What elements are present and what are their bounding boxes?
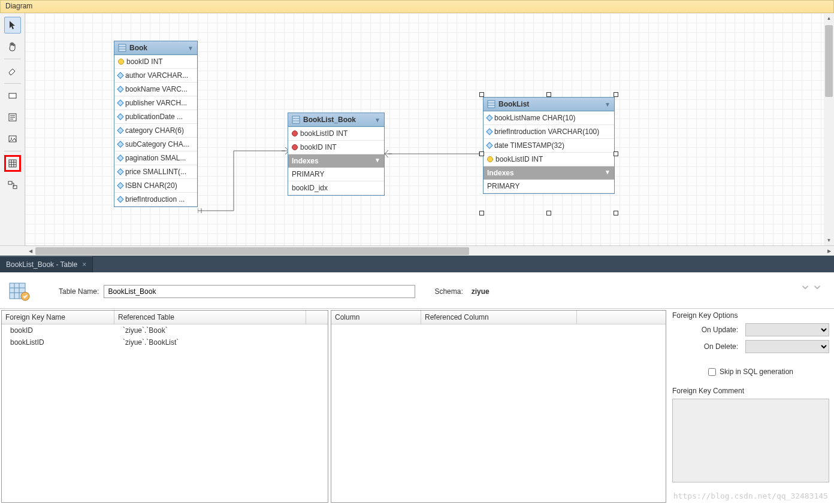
indexes-header[interactable]: Indexes ▼ (484, 166, 614, 180)
entity-column[interactable]: briefIntroduction VARCHAR(100) (484, 125, 614, 139)
on-update-label: On Update: (702, 326, 738, 334)
fk-grid[interactable]: Foreign Key Name Referenced Table bookID… (1, 310, 328, 503)
column-icon (486, 142, 492, 148)
skip-sql-checkbox[interactable] (708, 368, 716, 376)
schema-value: ziyue (472, 287, 489, 296)
col-header-fk-name[interactable]: Foreign Key Name (2, 311, 114, 324)
fk-row[interactable]: bookID`ziyue`.`Book` (2, 324, 328, 336)
entity-header[interactable]: BookList_Book ▼ (288, 113, 384, 127)
panel-header: Table Name: Schema: ziyue ⌄⌄ (0, 272, 834, 308)
entity-column[interactable]: bookID INT (288, 141, 384, 154)
entity-book[interactable]: Book ▼ bookID INTauthor VARCHAR...bookNa… (114, 41, 198, 207)
svg-rect-0 (9, 93, 16, 98)
column-label: ISBN CHAR(20) (125, 181, 177, 190)
skip-sql-label: Skip in SQL generation (720, 368, 793, 376)
column-label: bookListName CHAR(10) (494, 114, 575, 122)
column-label: author VARCHAR... (125, 71, 188, 80)
fk-ref: `ziyue`.`BookList` (114, 336, 306, 348)
column-label: bookID INT (300, 143, 337, 151)
svg-rect-9 (488, 101, 495, 108)
new-table-tool[interactable] (4, 155, 21, 172)
entity-column[interactable]: category CHAR(6) (114, 124, 197, 138)
pointer-tool[interactable] (4, 17, 21, 34)
column-icon (117, 113, 123, 120)
entity-column[interactable]: pagination SMAL... (114, 151, 197, 165)
entity-index[interactable]: PRIMARY (288, 168, 384, 181)
note-tool[interactable] (4, 109, 21, 126)
scroll-up-icon[interactable]: ▲ (824, 13, 834, 23)
entity-booklist-book[interactable]: BookList_Book ▼ bookListID INTbookID INT… (288, 113, 385, 196)
resize-handle[interactable] (614, 92, 618, 97)
watermark: https://blog.csdn.net/qq_32483145 (673, 491, 828, 500)
entity-column[interactable]: ISBN CHAR(20) (114, 179, 197, 193)
col-header-column[interactable]: Column (331, 311, 421, 324)
canvas-wrapper: Book ▼ bookID INTauthor VARCHAR...bookNa… (25, 13, 834, 245)
relation-tool[interactable] (4, 177, 21, 193)
entity-column[interactable]: bookListID INT (484, 153, 614, 166)
svg-rect-5 (8, 181, 12, 184)
resize-handle[interactable] (479, 211, 484, 215)
entity-index[interactable]: PRIMARY (484, 180, 614, 193)
indexes-header[interactable]: Indexes ▼ (288, 154, 384, 168)
resize-handle[interactable] (546, 211, 551, 215)
on-update-select[interactable] (745, 323, 829, 336)
entity-column[interactable]: publicationDate ... (114, 110, 197, 124)
vertical-scrollbar[interactable]: ▲ ▼ (824, 13, 834, 245)
resize-handle[interactable] (479, 92, 484, 97)
entity-column[interactable]: briefIntroduction ... (114, 193, 197, 207)
collapse-icon[interactable]: ▼ (605, 169, 611, 175)
column-icon (117, 99, 123, 106)
entity-column[interactable]: author VARCHAR... (114, 69, 197, 83)
on-update-row: On Update: (672, 323, 829, 336)
scroll-thumb[interactable] (825, 25, 833, 97)
entity-index[interactable]: bookID_idx (288, 181, 384, 195)
column-grid[interactable]: Column Referenced Column (331, 310, 666, 503)
scroll-left-icon[interactable]: ◀ (25, 248, 35, 254)
tab-booklist-book[interactable]: BookList_Book - Table × (0, 256, 93, 272)
hand-tool[interactable] (4, 38, 21, 55)
col-header-ref-column[interactable]: Referenced Column (421, 311, 577, 324)
entity-column[interactable]: publisher VARCH... (114, 96, 197, 110)
entity-header[interactable]: BookList ▼ (484, 98, 614, 111)
scroll-down-icon[interactable]: ▼ (824, 235, 834, 245)
entity-title: Book (129, 44, 147, 52)
resize-handle[interactable] (546, 92, 551, 97)
expand-icon[interactable]: ⌄⌄ (799, 276, 823, 293)
entity-booklist[interactable]: BookList ▼ bookListName CHAR(10)briefInt… (483, 97, 615, 194)
entity-column[interactable]: subCategory CHA... (114, 138, 197, 151)
diagram-canvas[interactable]: Book ▼ bookID INTauthor VARCHAR...bookNa… (25, 13, 834, 245)
image-tool[interactable] (4, 130, 21, 147)
entity-column[interactable]: bookName VARC... (114, 83, 197, 96)
entity-column[interactable]: bookListID INT (288, 127, 384, 141)
grid-header: Foreign Key Name Referenced Table (2, 311, 328, 324)
entity-column[interactable]: bookID INT (114, 55, 197, 69)
fk-comment-textarea[interactable] (672, 399, 829, 482)
eraser-tool[interactable] (4, 63, 21, 80)
close-icon[interactable]: × (82, 260, 86, 269)
fk-options: Foreign Key Options On Update: On Delete… (667, 309, 834, 504)
layer-tool[interactable] (4, 87, 21, 104)
fk-ref: `ziyue`.`Book` (114, 324, 306, 336)
on-delete-select[interactable] (745, 340, 829, 353)
collapse-icon[interactable]: ▼ (188, 45, 194, 51)
scroll-right-icon[interactable]: ▶ (824, 248, 834, 254)
entity-header[interactable]: Book ▼ (114, 41, 197, 55)
foreign-key-icon (292, 130, 298, 136)
collapse-icon[interactable]: ▼ (605, 101, 611, 108)
primary-key-icon (487, 156, 493, 162)
col-header-ref-table[interactable]: Referenced Table (114, 311, 306, 324)
scroll-thumb[interactable] (35, 247, 469, 255)
table-icon (487, 100, 495, 108)
entity-column[interactable]: bookListName CHAR(10) (484, 111, 614, 125)
collapse-icon[interactable]: ▼ (374, 157, 380, 163)
collapse-icon[interactable]: ▼ (374, 117, 380, 123)
fk-row[interactable]: bookListID`ziyue`.`BookList` (2, 336, 328, 348)
horizontal-scrollbar[interactable]: ◀ ▶ (0, 245, 834, 256)
resize-handle[interactable] (614, 211, 618, 215)
diagram-title: Diagram (5, 2, 32, 10)
primary-key-icon (118, 59, 124, 65)
scroll-track[interactable] (35, 247, 824, 255)
entity-column[interactable]: price SMALLINT(... (114, 165, 197, 179)
table-name-input[interactable] (104, 285, 415, 298)
entity-column[interactable]: date TIMESTAMP(32) (484, 139, 614, 153)
